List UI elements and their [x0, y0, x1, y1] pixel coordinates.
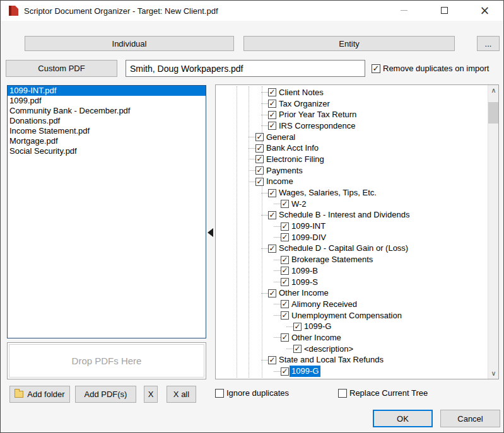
cancel-button[interactable]: Cancel [440, 410, 500, 427]
tree-item-checkbox[interactable]: ✓ [281, 233, 289, 241]
tree-item-label[interactable]: 1099-G [290, 366, 320, 377]
tree-row: ✓1099-S [216, 277, 487, 288]
pdf-drop-zone[interactable]: Drop PDFs Here [7, 342, 206, 379]
tree-item-checkbox[interactable]: ✓ [268, 88, 276, 96]
tree-item-label[interactable]: Schedule D - Capital Gain or (Loss) [277, 243, 410, 254]
tree-item-label[interactable]: <description> [302, 344, 355, 355]
file-list-item[interactable]: Income Statement.pdf [8, 126, 206, 136]
tree-connector [261, 360, 268, 361]
individual-button[interactable]: Individual [25, 36, 234, 51]
tree-item-checkbox[interactable]: ✓ [255, 166, 264, 175]
tree-scrollbar[interactable]: ∧ ∨ [488, 85, 498, 379]
tree-item-label[interactable]: 1099-DIV [290, 232, 328, 243]
tree-item-label[interactable]: Payments [264, 165, 305, 176]
tree-item-label[interactable]: Income [264, 176, 295, 187]
tree-item-label[interactable]: Client Notes [277, 87, 325, 98]
add-pdfs-button[interactable]: Add PDF(s) [75, 386, 136, 403]
scroll-up-icon[interactable]: ∧ [488, 85, 499, 96]
tree-item-label[interactable]: Prior Year Tax Return [277, 109, 358, 120]
scrollbar-thumb[interactable] [488, 102, 499, 124]
tree-item-checkbox[interactable]: ✓ [281, 300, 289, 308]
tree-item-checkbox[interactable]: ✓ [281, 222, 289, 231]
maximize-icon [441, 7, 448, 14]
tree-item-checkbox[interactable]: ✓ [255, 178, 264, 186]
tree-item-label[interactable]: Tax Organizer [277, 98, 332, 110]
tree-item-checkbox[interactable]: ✓ [268, 245, 276, 253]
maximize-button[interactable] [430, 1, 459, 20]
tree-item-label[interactable]: W-2 [290, 199, 308, 210]
target-filename-input[interactable] [126, 60, 365, 77]
tree-item-checkbox[interactable]: ✓ [268, 122, 276, 130]
tree-item-checkbox[interactable]: ✓ [268, 356, 276, 364]
tree-item-checkbox[interactable]: ✓ [255, 133, 264, 141]
tree-item-checkbox[interactable]: ✓ [268, 189, 276, 197]
tree-item-label[interactable]: 1099-G [302, 321, 333, 332]
tree-row: ✓Brokerage Statements [216, 254, 487, 265]
tree-item-label[interactable]: Unemployment Compensation [290, 310, 404, 321]
tree-item-label[interactable]: State and Local Tax Refunds [277, 354, 385, 366]
remove-button[interactable]: X [144, 386, 158, 403]
tree-item-checkbox[interactable]: ✓ [268, 111, 276, 119]
entity-button[interactable]: Entity [243, 36, 455, 51]
tree-item-checkbox[interactable]: ✓ [281, 333, 289, 342]
file-list-item[interactable]: Community Bank - December.pdf [8, 106, 206, 116]
tree-row: ✓Schedule D - Capital Gain or (Loss) [216, 243, 487, 255]
tree-item-label[interactable]: IRS Correspondence [277, 120, 357, 132]
tree-row: ✓<description> [216, 344, 487, 355]
tree-item-checkbox[interactable]: ✓ [268, 100, 276, 108]
minimize-button[interactable] [390, 1, 418, 20]
titlebar: Scriptor Document Organizer - Target: Ne… [1, 1, 503, 21]
file-list-item[interactable]: 1099-INT.pdf [8, 86, 206, 96]
remove-all-button[interactable]: X all [167, 386, 196, 403]
tree-connector [261, 193, 268, 193]
tree-item-label[interactable]: Alimony Received [290, 299, 359, 310]
file-list-item[interactable]: Social Security.pdf [8, 146, 206, 156]
tree-item-label[interactable]: Brokerage Statements [290, 254, 375, 265]
scroll-down-icon[interactable]: ∨ [488, 368, 499, 379]
tree-item-checkbox[interactable]: ✓ [281, 200, 289, 208]
tree-item-label[interactable]: Schedule B - Interest and Dividends [277, 209, 411, 221]
tree-item-label[interactable]: 1099-INT [290, 221, 327, 232]
close-button[interactable]: × [471, 1, 499, 20]
ok-button[interactable]: OK [373, 410, 433, 427]
tree-item-label[interactable]: General [264, 132, 297, 143]
tree-item-checkbox[interactable]: ✓ [281, 256, 289, 264]
remove-duplicates-option: ✓ Remove duplicates on import [372, 64, 489, 73]
tree-row: ✓Prior Year Tax Return [216, 109, 487, 120]
tree-item-label[interactable]: Bank Acct Info [264, 142, 320, 154]
tree-item-checkbox[interactable]: ✓ [293, 345, 302, 353]
tree-row: ✓1099-G [216, 321, 487, 332]
add-folder-button[interactable]: Add folder [9, 386, 70, 403]
tree-item-checkbox[interactable]: ✓ [281, 278, 289, 286]
tree-item-checkbox[interactable]: ✓ [281, 311, 289, 320]
tree-row: ✓1099-INT [216, 221, 487, 232]
remove-duplicates-checkbox[interactable]: ✓ [372, 64, 380, 73]
file-list-item[interactable]: Mortgage.pdf [8, 136, 206, 146]
tree-item-label[interactable]: Wages, Salaries, Tips, Etc. [277, 187, 378, 199]
file-list-item[interactable]: Donations.pdf [8, 116, 206, 126]
tree-item-checkbox[interactable]: ✓ [281, 367, 289, 376]
tree-item-label[interactable]: Other Income [277, 287, 331, 299]
pdf-file-list[interactable]: 1099-INT.pdf1099.pdfCommunity Bank - Dec… [7, 85, 206, 338]
remove-duplicates-label: Remove duplicates on import [383, 64, 489, 73]
tree-item-label[interactable]: 1099-B [290, 265, 320, 277]
file-list-item[interactable]: 1099.pdf [8, 96, 206, 106]
tree-item-label[interactable]: Other Income [290, 332, 343, 344]
more-options-button[interactable]: ... [477, 36, 500, 51]
tree-connector [249, 137, 255, 137]
replace-current-tree-checkbox[interactable]: ✓ [338, 389, 347, 398]
ignore-duplicates-checkbox[interactable]: ✓ [215, 389, 224, 398]
tree-item-checkbox[interactable]: ✓ [268, 211, 276, 219]
tree-item-checkbox[interactable]: ✓ [293, 323, 302, 331]
tree-item-checkbox[interactable]: ✓ [255, 144, 264, 153]
tree-item-checkbox[interactable]: ✓ [281, 267, 289, 275]
tree-item-checkbox[interactable]: ✓ [268, 289, 276, 297]
tree-item-label[interactable]: Electronic Filing [264, 154, 326, 165]
tree-item-checkbox[interactable]: ✓ [255, 155, 264, 163]
tree-connector [249, 182, 255, 182]
splitter-collapse-arrow[interactable] [208, 228, 213, 237]
tree-row: ✓Alimony Received [216, 299, 487, 310]
tree-item-label[interactable]: 1099-S [290, 277, 320, 288]
custom-pdf-button[interactable]: Custom PDF [6, 60, 117, 77]
tree-row: ✓W-2 [216, 199, 487, 210]
